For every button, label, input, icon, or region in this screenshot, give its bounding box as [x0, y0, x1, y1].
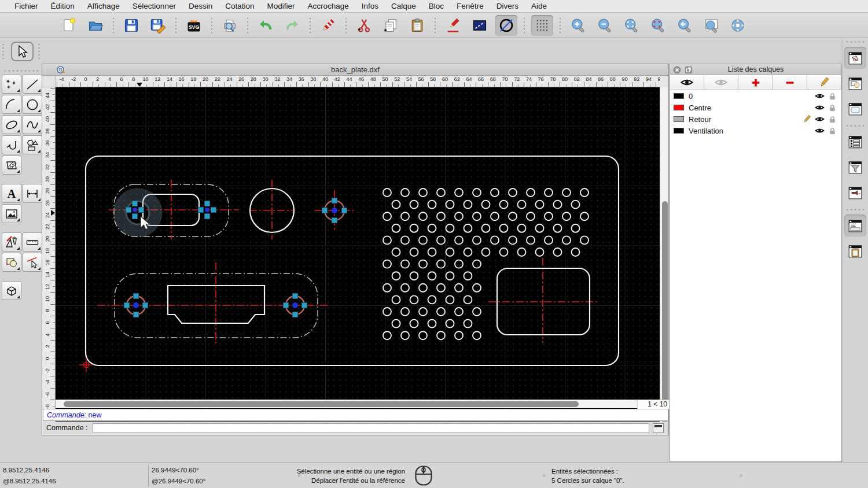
new-button[interactable] — [58, 15, 80, 36]
hatch-tool-button[interactable] — [2, 156, 21, 175]
ventilation-hole[interactable] — [580, 236, 589, 244]
save-button[interactable] — [120, 15, 142, 36]
document-titlebar[interactable]: back_plate.dxf — [42, 64, 668, 76]
layer-color-swatch[interactable] — [674, 105, 684, 110]
ventilation-hole[interactable] — [464, 224, 472, 232]
ventilation-hole[interactable] — [473, 212, 481, 220]
selection-handle[interactable] — [134, 294, 139, 299]
ventilation-hole[interactable] — [410, 248, 418, 256]
selection-handle[interactable] — [322, 208, 328, 213]
horizontal-scrollbar-thumb[interactable] — [64, 401, 579, 407]
ventilation-hole[interactable] — [383, 236, 391, 244]
ventilation-hole[interactable] — [482, 224, 490, 232]
paste-button[interactable] — [406, 15, 428, 36]
ventilation-hole[interactable] — [410, 201, 418, 209]
layers-dock-toggle-button[interactable] — [844, 47, 866, 69]
ventilation-hole[interactable] — [455, 331, 463, 339]
ventilation-hole[interactable] — [455, 260, 463, 268]
dimension-tool-button[interactable] — [23, 184, 42, 203]
grid-button[interactable] — [531, 15, 553, 36]
layer-color-swatch[interactable] — [674, 128, 684, 134]
selection-handle[interactable] — [205, 201, 210, 206]
ventilation-hole[interactable] — [401, 236, 409, 244]
erase-entity-tool-button[interactable] — [23, 253, 42, 272]
copy-button[interactable] — [380, 15, 402, 36]
dock-strip-handle[interactable] — [847, 39, 864, 44]
ventilation-hole[interactable] — [527, 212, 535, 220]
ventilation-hole[interactable] — [545, 236, 553, 244]
ventilation-hole[interactable] — [392, 224, 400, 232]
undo-button[interactable] — [255, 15, 277, 36]
menu-cotation[interactable]: Cotation — [219, 2, 260, 10]
image-tool-button[interactable] — [2, 204, 21, 223]
hide-all-layers-button[interactable] — [704, 75, 738, 90]
save-as-button[interactable] — [147, 15, 169, 36]
layer-lock-icon[interactable] — [828, 116, 837, 123]
select-arrow-button[interactable] — [11, 42, 34, 61]
selection-handle[interactable] — [205, 214, 210, 219]
layer-visibility-eye-icon[interactable] — [815, 93, 825, 99]
layer-visibility-eye-icon[interactable] — [815, 127, 825, 134]
ventilation-hole[interactable] — [464, 295, 472, 304]
selection-handle[interactable] — [133, 201, 138, 206]
ventilation-hole[interactable] — [455, 212, 463, 220]
ventilation-hole[interactable] — [554, 201, 562, 209]
menu-calque[interactable]: Calque — [385, 2, 422, 10]
remove-layer-button[interactable] — [773, 75, 807, 90]
rect-select-button[interactable] — [469, 15, 491, 36]
add-layer-button[interactable] — [738, 75, 773, 90]
text-tool-button[interactable]: A — [2, 184, 21, 203]
selection-handle[interactable] — [133, 214, 138, 219]
ventilation-hole[interactable] — [455, 188, 463, 197]
menu-aide[interactable]: Aide — [525, 2, 553, 10]
ventilation-hole[interactable] — [401, 284, 409, 292]
ventilation-hole[interactable] — [446, 295, 454, 304]
ventilation-hole[interactable] — [392, 320, 400, 328]
menu-accrochage[interactable]: Accrochage — [301, 2, 355, 10]
ventilation-hole[interactable] — [536, 224, 544, 232]
selection-center-handle[interactable] — [133, 208, 137, 212]
selection-handle[interactable] — [284, 303, 289, 308]
ventilation-hole[interactable] — [383, 188, 391, 197]
pen-dock-toggle-button[interactable] — [844, 182, 866, 204]
ventilation-hole[interactable] — [482, 248, 490, 256]
measure-tool-button[interactable] — [23, 232, 42, 252]
ventilation-hole[interactable] — [500, 248, 508, 256]
layer-row-centre[interactable]: Centre — [670, 102, 841, 113]
selection-handle[interactable] — [302, 303, 307, 308]
ventilation-hole[interactable] — [446, 224, 454, 232]
ventilation-hole[interactable] — [464, 201, 472, 209]
menu-dessin[interactable]: Dessin — [182, 2, 219, 10]
selection-center-handle[interactable] — [205, 208, 209, 212]
ventilation-hole[interactable] — [509, 236, 517, 244]
ventilation-hole[interactable] — [383, 212, 391, 220]
drawing-canvas[interactable] — [56, 87, 660, 427]
menu-fichier[interactable]: Fichier — [8, 2, 45, 10]
ventilation-hole[interactable] — [572, 224, 580, 232]
ventilation-hole[interactable] — [464, 272, 472, 280]
selection-handle[interactable] — [293, 294, 298, 299]
ventilation-hole[interactable] — [545, 188, 553, 197]
selection-handle[interactable] — [126, 208, 131, 213]
ventilation-hole[interactable] — [392, 272, 400, 280]
ventilation-hole[interactable] — [455, 308, 463, 316]
ventilation-hole[interactable] — [464, 320, 472, 328]
ventilation-hole[interactable] — [419, 212, 427, 220]
layer-visibility-eye-icon[interactable] — [815, 104, 825, 111]
palette-handle[interactable] — [3, 68, 40, 73]
plate-outline[interactable] — [86, 156, 619, 365]
close-icon[interactable] — [673, 66, 681, 74]
layer-lock-icon[interactable] — [828, 93, 837, 100]
menu-edition[interactable]: Édition — [45, 2, 81, 10]
selection-handle[interactable] — [198, 208, 204, 213]
cad-tools-tool-button[interactable] — [2, 232, 21, 252]
ventilation-hole[interactable] — [562, 212, 571, 220]
ventilation-hole[interactable] — [473, 331, 481, 339]
ventilation-hole[interactable] — [527, 188, 535, 197]
ventilation-hole[interactable] — [428, 201, 436, 209]
line-tool-button[interactable] — [23, 75, 42, 94]
selection-center-handle[interactable] — [332, 208, 337, 213]
ventilation-hole[interactable] — [401, 260, 409, 268]
points-tool-button[interactable] — [2, 75, 21, 94]
selection-handle[interactable] — [332, 198, 337, 204]
